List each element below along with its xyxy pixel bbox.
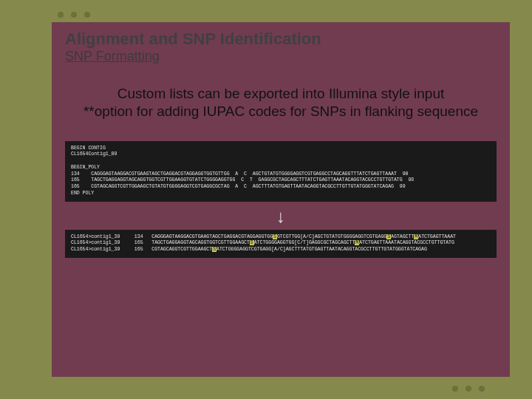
body-line: **option for adding IUPAC codes for SNPs… [83, 103, 478, 119]
down-arrow-icon: ↓ [276, 208, 285, 225]
slide-panel: Alignment and SNP Identification SNP For… [52, 22, 510, 377]
dot-icon [479, 386, 485, 392]
slide-body: Custom lists can be exported into Illumi… [68, 85, 494, 120]
slide-title: Alignment and SNP Identification [65, 30, 497, 49]
term-row: CL1654>contig1_39 165 TAGCTGAGGAGGTAGCAG… [71, 240, 454, 245]
term-row: 165 CGTAGCAGGTCGTTGGAAGCTGTATGTGGGGAGGTC… [71, 184, 406, 189]
term-row: 165 TAGCTGAGGAGGTAGCAGGTGGTCGTTGGAAGGTGT… [71, 177, 414, 183]
term-line: END POLY [71, 191, 94, 196]
arrow-wrap: ↓ [65, 208, 497, 225]
decor-dots-bottom [452, 386, 485, 392]
term-line: BEGIN_POLY [71, 165, 100, 170]
body-line: Custom lists can be exported into Illumi… [117, 86, 445, 101]
terminal-output-bottom: CL1654>contig1_39 134 CAGGGAGTAAGGACGTGA… [65, 230, 497, 258]
dot-icon [71, 12, 77, 18]
term-line: CL1654Contig1_09 [71, 151, 117, 157]
term-row: CL1654>contig1_39 134 CAGGGAGTAAGGACGTGA… [71, 234, 456, 239]
dot-icon [452, 386, 458, 392]
term-row: CL1654>contig1_39 165 CGTAGCAGGTCGTTGGAA… [71, 247, 427, 252]
term-row: 134 CAGGGAGTAAGGACGTGAAGTAGCTGAGGACGTAGG… [71, 171, 408, 177]
dot-icon [466, 386, 471, 392]
dot-icon [58, 12, 64, 18]
terminal-output-top: BEGIN CONTIG CL1654Contig1_09 BEGIN_POLY… [65, 141, 497, 202]
term-line: BEGIN CONTIG [71, 146, 106, 151]
decor-dots-top [58, 12, 90, 18]
dot-icon [84, 12, 90, 18]
slide-subtitle: SNP Formatting [65, 49, 497, 64]
